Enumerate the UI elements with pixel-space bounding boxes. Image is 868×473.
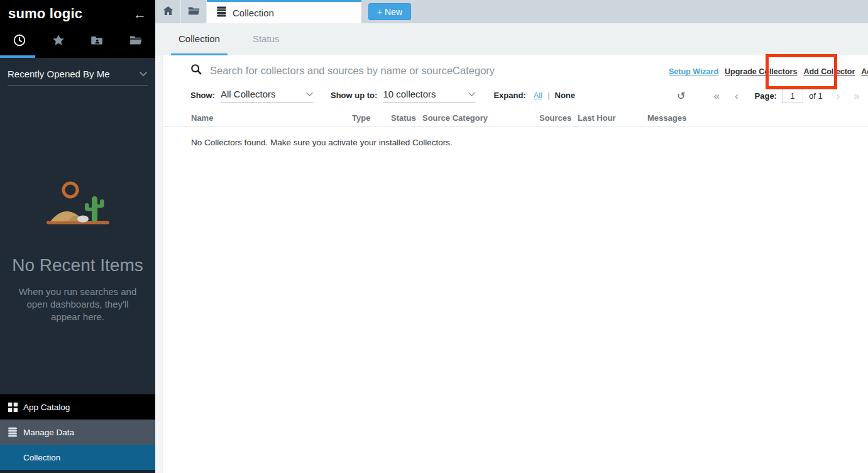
expand-separator: | [547, 91, 549, 100]
database-icon [216, 6, 227, 19]
sidebar-item-manage-data[interactable]: Manage Data [0, 420, 155, 445]
tab-shared-folders[interactable] [78, 28, 117, 55]
sidebar-item-app-catalog[interactable]: App Catalog [0, 394, 155, 420]
search-icon [190, 64, 202, 77]
new-button[interactable]: + New [368, 3, 411, 20]
chevron-down-icon [468, 88, 476, 99]
expand-label: Expand: [493, 91, 525, 100]
grid-icon [8, 403, 18, 412]
top-tab-bar: Collection + New [155, 0, 868, 23]
header-links: Setup Wizard Upgrade Collectors Add Coll… [669, 67, 868, 76]
page-number-input[interactable] [782, 88, 803, 103]
show-label: Show: [190, 91, 215, 100]
show-up-to-value: 10 collectors [383, 89, 436, 99]
app-window: sumo logic ← [0, 0, 868, 473]
recently-opened-label: Recently Opened By Me [8, 69, 110, 79]
folder-icon [188, 6, 200, 18]
show-up-to-label: Show up to: [331, 91, 377, 100]
sidebar-item-label: App Catalog [23, 403, 70, 412]
folder-user-icon [90, 33, 104, 50]
chevron-down-icon [139, 68, 148, 79]
show-up-to-dropdown[interactable]: 10 collectors [383, 88, 476, 103]
recently-opened-dropdown[interactable]: Recently Opened By Me [8, 68, 148, 86]
column-header-last-hour[interactable]: Last Hour [578, 113, 616, 123]
sidebar-next-item-sliver [0, 470, 155, 473]
collection-window-tab[interactable]: Collection [207, 0, 361, 23]
prev-page-button[interactable]: ‹ [735, 91, 739, 101]
table-header-row: Name Type Status Source Category Sources… [163, 113, 868, 127]
empty-table-message: No Collectors found. Make sure you activ… [191, 138, 453, 147]
pagination-row: ↻ « ‹ Page: of 1 › » [677, 88, 860, 103]
collection-panel: Setup Wizard Upgrade Collectors Add Coll… [163, 55, 868, 473]
column-header-messages[interactable]: Messages [647, 113, 686, 123]
filter-row: Show: All Collectors Show up to: 10 coll… [190, 88, 575, 103]
home-icon [163, 6, 173, 18]
panel-gutter [155, 55, 163, 473]
page-of-label: of 1 [809, 91, 823, 101]
next-page-button[interactable]: › [837, 91, 840, 101]
first-page-button[interactable]: « [713, 91, 719, 101]
last-page-button[interactable]: » [854, 91, 859, 101]
expand-none-link[interactable]: None [555, 91, 576, 100]
sidebar-header: sumo logic ← [0, 0, 155, 28]
show-dropdown[interactable]: All Collectors [221, 88, 314, 103]
no-recent-items-title: No Recent Items [0, 255, 155, 275]
tab-recents[interactable] [0, 28, 39, 55]
left-sidebar: sumo logic ← [0, 0, 155, 473]
page-label: Page: [755, 91, 777, 101]
clock-icon [13, 33, 26, 50]
column-header-sources[interactable]: Sources [539, 113, 571, 123]
content-wrapper: Setup Wizard Upgrade Collectors Add Coll… [155, 55, 868, 473]
home-button[interactable] [155, 0, 181, 23]
tab-title: Collection [233, 8, 274, 18]
sidebar-icon-tabs [0, 28, 155, 55]
tab-favorites[interactable] [39, 28, 78, 55]
column-header-name[interactable]: Name [191, 113, 213, 123]
add-collector-link[interactable]: Add Collector [803, 67, 855, 76]
sumo-logic-logo: sumo logic [8, 6, 82, 22]
tab-library[interactable] [116, 28, 155, 55]
setup-wizard-link[interactable]: Setup Wizard [669, 67, 718, 76]
column-header-type[interactable]: Type [352, 113, 370, 123]
open-folder-icon [128, 33, 143, 50]
refresh-icon[interactable]: ↻ [677, 90, 685, 102]
database-icon [8, 427, 18, 437]
library-button[interactable] [181, 0, 207, 23]
expand-all-link[interactable]: All [534, 91, 542, 100]
sidebar-item-label: Manage Data [23, 428, 74, 437]
sidebar-item-collection[interactable]: Collection [0, 445, 155, 470]
sidebar-bottom-menu: App Catalog Manage Data Collection [0, 394, 155, 473]
tab-status[interactable]: Status [245, 23, 287, 55]
search-input[interactable] [210, 65, 600, 77]
access-keys-link[interactable]: Access Keys [861, 67, 868, 76]
secondary-tabs: Collection Status [155, 23, 868, 55]
chevron-down-icon [305, 88, 314, 99]
no-recent-items-message: When you run searches and open dashboard… [12, 286, 144, 323]
column-header-status[interactable]: Status [391, 113, 416, 123]
show-dropdown-value: All Collectors [221, 89, 276, 99]
desert-illustration [41, 180, 114, 229]
star-icon [52, 33, 65, 50]
sidebar-item-label: Collection [23, 453, 60, 462]
tab-collection[interactable]: Collection [171, 23, 228, 55]
collapse-sidebar-icon[interactable]: ← [133, 8, 146, 21]
sidebar-empty-state: No Recent Items When you run searches an… [0, 180, 155, 323]
upgrade-collectors-link[interactable]: Upgrade Collectors [725, 67, 797, 76]
column-header-source-category[interactable]: Source Category [422, 113, 488, 123]
search-bar [190, 64, 600, 77]
